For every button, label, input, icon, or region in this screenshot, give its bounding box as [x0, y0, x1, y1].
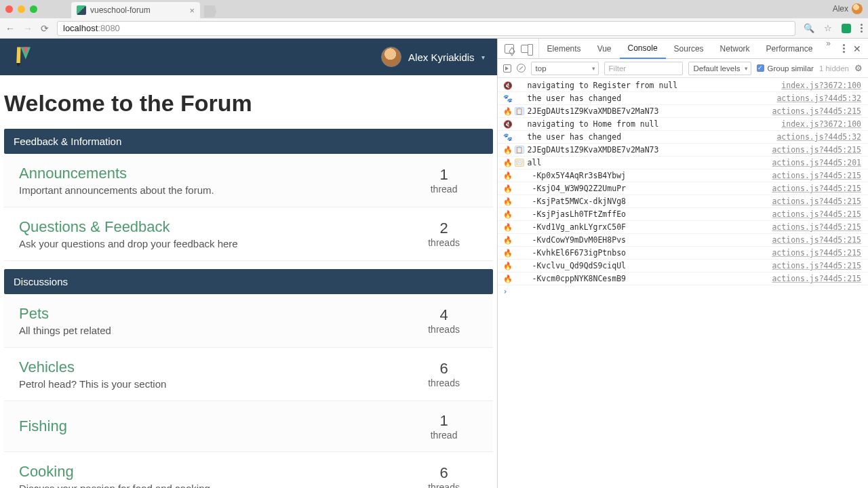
- count-number: 4: [410, 306, 478, 324]
- console-log-row[interactable]: 🔥 -KvhkEl6F673igPtnbsoactions.js?44d5:21…: [498, 247, 868, 260]
- page-viewport[interactable]: Alex Kyriakidis ▾ Welcome to the Forum F…: [0, 39, 497, 488]
- new-tab-button[interactable]: [204, 5, 216, 18]
- forum-name[interactable]: Pets: [19, 305, 410, 323]
- devtools-tab-sources[interactable]: Sources: [666, 39, 712, 58]
- forum-description: Petrol head? This is your section: [19, 378, 410, 390]
- log-source-link[interactable]: actions.js?44d5:215: [772, 222, 861, 232]
- log-source-link[interactable]: actions.js?44d5:215: [772, 248, 861, 258]
- devtools-tab-network[interactable]: Network: [712, 39, 758, 58]
- log-level-icon: 🔥: [503, 159, 513, 167]
- console-log-row[interactable]: 🔥📨allactions.js?44d5:201: [498, 157, 868, 169]
- forum-row[interactable]: CookingDiscuss your passion for food and…: [4, 452, 493, 488]
- console-sidebar-toggle-icon[interactable]: [503, 64, 511, 73]
- close-devtools-icon[interactable]: ✕: [853, 43, 861, 54]
- log-source-link[interactable]: actions.js?44d5:215: [772, 274, 861, 283]
- category-header[interactable]: Discussions: [4, 269, 493, 294]
- console-toolbar: top Filter Default levels Group similar …: [498, 59, 868, 78]
- browser-profile[interactable]: Alex: [833, 3, 863, 14]
- browser-menu-icon[interactable]: [861, 24, 863, 33]
- log-message: -Kvclvu_Qd9QdS9ciqUl: [528, 261, 772, 270]
- log-source-link[interactable]: actions.js?44d5:215: [772, 209, 861, 219]
- window-controls: [5, 5, 37, 13]
- search-icon[interactable]: 🔍: [804, 23, 814, 33]
- log-source-link[interactable]: actions.js?44d5:215: [772, 171, 861, 180]
- log-level-icon: 🔥: [503, 184, 513, 193]
- console-log-row[interactable]: 🔥📋2JEgDAUts1Z9KvaXMDBE7v2MaN73actions.js…: [498, 105, 868, 118]
- bookmark-icon[interactable]: ☆: [824, 23, 832, 33]
- group-similar-toggle[interactable]: Group similar: [757, 64, 813, 73]
- clear-console-icon[interactable]: [517, 64, 526, 73]
- devtools-tab-vue[interactable]: Vue: [589, 39, 620, 58]
- forum-row[interactable]: AnnouncementsImportant announcements abo…: [4, 154, 493, 207]
- log-source-link[interactable]: actions.js?44d5:215: [772, 106, 861, 116]
- log-source-link[interactable]: actions.js?44d5:201: [772, 158, 861, 167]
- log-source-link[interactable]: index.js?3672:100: [781, 81, 861, 90]
- svg-marker-1: [16, 63, 20, 66]
- devtools-tab-performance[interactable]: Performance: [758, 39, 821, 58]
- log-source-link[interactable]: actions.js?44d5:32: [776, 132, 861, 142]
- log-source-link[interactable]: actions.js?44d5:215: [772, 145, 861, 155]
- console-log-row[interactable]: 🔥📋2JEgDAUts1Z9KvaXMDBE7v2MaN73actions.js…: [498, 144, 868, 157]
- browser-tab[interactable]: vueschool-forum ×: [71, 2, 200, 18]
- console-log-row[interactable]: 🔥 -KsjO4_W3W9Q2Z2UmuPractions.js?44d5:21…: [498, 182, 868, 195]
- category-header[interactable]: Feedback & Information: [4, 129, 493, 154]
- close-tab-icon[interactable]: ×: [189, 6, 195, 15]
- devtools-tabs: ElementsVueConsoleSourcesNetworkPerforma…: [498, 39, 868, 59]
- device-toolbar-icon[interactable]: [521, 45, 532, 53]
- log-level-icon: 🔥: [503, 197, 513, 206]
- forum-row[interactable]: Fishing1thread: [4, 401, 493, 452]
- user-menu[interactable]: Alex Kyriakidis ▾: [381, 47, 485, 67]
- forum-name[interactable]: Announcements: [19, 165, 410, 182]
- console-log-row[interactable]: 🔥 -KvdCowY9mDvM0EH8Pvsactions.js?44d5:21…: [498, 234, 868, 247]
- console-log-row[interactable]: 🔥 -KsjPjasLh0TFtZmffEoactions.js?44d5:21…: [498, 208, 868, 221]
- console-log-row[interactable]: 🔥 -Kp0x5Y4AqRr3sB4Ybwjactions.js?44d5:21…: [498, 169, 868, 182]
- console-log-row[interactable]: 🔇navigating to Home from nullindex.js?36…: [498, 118, 868, 131]
- console-settings-icon[interactable]: ⚙: [854, 63, 863, 73]
- console-log-row[interactable]: 🐾the user has changedactions.js?44d5:32: [498, 131, 868, 144]
- console-output[interactable]: 🔇navigating to Register from nullindex.j…: [498, 78, 868, 488]
- filter-placeholder: Filter: [609, 64, 627, 73]
- log-source-link[interactable]: actions.js?44d5:215: [772, 235, 861, 245]
- log-levels-select[interactable]: Default levels: [688, 62, 751, 75]
- forum-name[interactable]: Cooking: [19, 463, 410, 481]
- log-level-icon: 🔥: [503, 249, 513, 258]
- devtools-menu-icon[interactable]: [843, 44, 845, 53]
- inspect-element-icon[interactable]: [505, 44, 514, 54]
- log-message: -KsjPjasLh0TFtZmffEo: [528, 209, 772, 219]
- reload-button[interactable]: ⟳: [41, 23, 49, 34]
- log-source-link[interactable]: actions.js?44d5:32: [776, 94, 861, 103]
- execution-context-select[interactable]: top: [531, 62, 599, 75]
- console-log-row[interactable]: 🔥 -Kvclvu_Qd9QdS9ciqUlactions.js?44d5:21…: [498, 260, 868, 272]
- url-input[interactable]: localhost:8080: [57, 21, 795, 36]
- forum-name[interactable]: Fishing: [19, 418, 410, 435]
- console-log-row[interactable]: 🔥 -Kvd1Vg_ankLYgrxC50Factions.js?44d5:21…: [498, 221, 868, 234]
- console-log-row[interactable]: 🔥 -KsjPat5MWCx-dkjNVg8actions.js?44d5:21…: [498, 195, 868, 208]
- levels-label: Default levels: [693, 64, 740, 73]
- more-tabs-icon[interactable]: »: [821, 39, 836, 58]
- forum-row[interactable]: PetsAll things pet related4threads: [4, 294, 493, 348]
- console-log-row[interactable]: 🔥 -Kvcm0cppNYK8NCesmB9actions.js?44d5:21…: [498, 272, 868, 285]
- maximize-window-icon[interactable]: [30, 5, 37, 13]
- console-prompt[interactable]: [498, 285, 868, 298]
- vue-devtools-extension-icon[interactable]: [842, 24, 851, 33]
- log-source-link[interactable]: actions.js?44d5:215: [772, 261, 861, 270]
- forum-name[interactable]: Questions & Feedback: [19, 218, 410, 236]
- log-message: -Kvd1Vg_ankLYgrxC50F: [528, 222, 772, 232]
- devtools-tab-elements[interactable]: Elements: [539, 39, 589, 58]
- checkbox-checked-icon: [757, 64, 764, 72]
- console-log-row[interactable]: 🐾the user has changedactions.js?44d5:32: [498, 92, 868, 105]
- close-window-icon[interactable]: [5, 5, 13, 13]
- site-logo-icon[interactable]: [12, 45, 33, 69]
- back-button[interactable]: ←: [5, 23, 15, 34]
- forum-name[interactable]: Vehicles: [19, 359, 410, 376]
- devtools-tab-console[interactable]: Console: [620, 39, 666, 59]
- log-source-link[interactable]: actions.js?44d5:215: [772, 197, 861, 206]
- console-log-row[interactable]: 🔇navigating to Register from nullindex.j…: [498, 79, 868, 92]
- log-source-link[interactable]: index.js?3672:100: [781, 119, 861, 129]
- forum-row[interactable]: VehiclesPetrol head? This is your sectio…: [4, 348, 493, 401]
- forum-row[interactable]: Questions & FeedbackAsk your questions a…: [4, 207, 493, 261]
- minimize-window-icon[interactable]: [18, 5, 25, 13]
- hidden-count[interactable]: 1 hidden: [819, 64, 849, 73]
- log-source-link[interactable]: actions.js?44d5:215: [772, 184, 861, 193]
- console-filter-input[interactable]: Filter: [604, 62, 684, 75]
